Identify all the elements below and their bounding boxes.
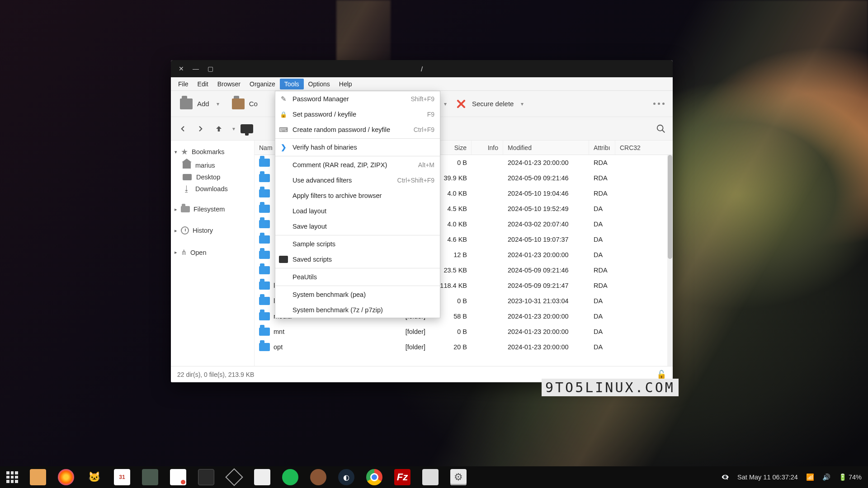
menu-separator	[275, 156, 440, 156]
chevron-right-icon: ▸	[175, 228, 177, 234]
menu-item[interactable]: PeaUtils	[275, 269, 440, 285]
menu-separator	[275, 138, 440, 139]
maximize-button[interactable]: ▢	[207, 66, 213, 72]
table-row[interactable]: mnt[folder]0 B2024-01-23 20:00:00DA	[255, 324, 673, 339]
taskbar-news[interactable]	[422, 469, 439, 485]
blank-icon	[279, 207, 288, 215]
menu-separator	[275, 268, 440, 268]
chevron-right-icon: ▸	[175, 206, 177, 212]
chevron-right-icon: ▸	[175, 249, 177, 255]
menu-browser[interactable]: Browser	[213, 79, 245, 89]
sidebar-open[interactable]: ▸ ⋔ Open	[171, 245, 254, 259]
add-button[interactable]: Add ▾	[175, 96, 224, 112]
blank-icon	[279, 192, 288, 199]
menu-item[interactable]: Password ManagerShift+F9	[275, 91, 440, 107]
lock-icon[interactable]: 🔓	[656, 370, 666, 380]
tray-wifi-icon[interactable]: 📶	[806, 474, 814, 481]
add-label: Add	[197, 100, 209, 108]
taskbar-filezilla[interactable]: Fz	[394, 469, 410, 485]
folder-icon	[259, 266, 270, 274]
search-button[interactable]	[654, 122, 668, 136]
menu-item[interactable]: Comment (RAR read, ZIP, ZIPX)Alt+M	[275, 157, 440, 173]
nav-back-button[interactable]	[175, 122, 190, 136]
titlebar[interactable]: ✕ — ▢ /	[171, 60, 673, 77]
minimize-button[interactable]: —	[193, 66, 199, 72]
tray-dnd-icon[interactable]: 👁‍🗨	[721, 474, 729, 481]
menu-organize[interactable]: Organize	[245, 79, 280, 89]
folder-icon	[259, 343, 270, 351]
svg-line-1	[662, 130, 665, 132]
taskbar-cat[interactable]: 🐱	[86, 469, 102, 485]
taskbar-calculator[interactable]	[142, 469, 158, 485]
menu-item[interactable]: System benchmark (pea)	[275, 287, 440, 302]
menu-item[interactable]: Create random password / keyfileCtrl+F9	[275, 122, 440, 137]
nav-up-button[interactable]	[212, 122, 226, 136]
taskbar-chrome[interactable]	[366, 469, 382, 485]
menu-tools[interactable]: Tools	[280, 79, 304, 89]
chevron-down-icon[interactable]: ▾	[232, 126, 235, 132]
blank-icon	[279, 240, 288, 248]
nav-forward-button[interactable]	[193, 122, 208, 136]
taskbar-software[interactable]	[254, 469, 270, 485]
chevron-down-icon[interactable]: ▾	[444, 101, 447, 107]
folder-icon	[259, 312, 270, 320]
scrollbar-thumb[interactable]	[668, 155, 672, 259]
menu-item[interactable]: Sample scripts	[275, 236, 440, 252]
col-info[interactable]: Info	[472, 141, 503, 155]
app-grid-button[interactable]	[6, 471, 18, 483]
folder-icon	[259, 297, 270, 305]
close-button[interactable]: ✕	[178, 66, 184, 72]
col-modified[interactable]: Modified	[503, 141, 589, 155]
menu-help[interactable]: Help	[335, 79, 357, 89]
taskbar-files[interactable]	[30, 469, 46, 485]
sidebar-bookmarks[interactable]: ▾ ★ Bookmarks	[171, 144, 254, 160]
menu-file[interactable]: File	[174, 79, 193, 89]
sidebar-item-desktop[interactable]: Desktop	[171, 171, 254, 183]
secure-delete-button[interactable]: Secure delete ▾	[450, 96, 528, 112]
menu-item[interactable]: Saved scripts	[275, 252, 440, 267]
folder-icon	[259, 220, 270, 228]
taskbar-peazip-active[interactable]: ⚙	[450, 469, 467, 485]
scrollbar-track[interactable]	[667, 155, 673, 366]
menu-separator	[275, 286, 440, 286]
taskbar-steam[interactable]: ◐	[338, 469, 354, 485]
sidebar-history[interactable]: ▸ History	[171, 224, 254, 237]
taskbar-gimp[interactable]	[310, 469, 326, 485]
tray-battery[interactable]: 🔋 74%	[839, 474, 862, 481]
menu-options[interactable]: Options	[304, 79, 335, 89]
folder-icon	[259, 205, 270, 213]
taskbar-terminal[interactable]	[198, 469, 214, 485]
sidebar-filesystem[interactable]: ▸ Filesystem	[171, 203, 254, 216]
menu-item[interactable]: Verify hash of binaries	[275, 140, 440, 155]
more-menu-button[interactable]	[650, 99, 668, 108]
menu-item[interactable]: Save layout	[275, 219, 440, 234]
tray-volume-icon[interactable]: 🔊	[822, 474, 830, 481]
sidebar-item-home[interactable]: marius	[171, 160, 254, 171]
tray-datetime[interactable]: Sat May 11 06:37:24	[737, 474, 798, 481]
menu-item[interactable]: Use advanced filtersCtrl+Shift+F9	[275, 173, 440, 188]
folder-icon	[259, 189, 270, 197]
menu-item[interactable]: System benchmark (7z / p7zip)	[275, 302, 440, 318]
taskbar-spotify[interactable]	[282, 469, 298, 485]
download-icon: ⭳	[183, 186, 191, 192]
convert-icon	[232, 99, 245, 109]
convert-button[interactable]: Co	[227, 96, 262, 112]
menu-item[interactable]: Set password / keyfileF9	[275, 107, 440, 122]
home-icon	[183, 162, 191, 169]
menu-edit[interactable]: Edit	[193, 79, 213, 89]
computer-icon[interactable]	[241, 124, 253, 133]
folder-icon	[181, 206, 190, 212]
secure-delete-label: Secure delete	[472, 100, 514, 108]
taskbar-editor[interactable]	[170, 469, 186, 485]
taskbar-boxes[interactable]	[226, 469, 242, 485]
menu-item[interactable]: Apply filters to archive browser	[275, 188, 440, 203]
taskbar-calendar[interactable]: 31	[114, 469, 130, 485]
col-crc[interactable]: CRC32	[615, 141, 645, 155]
sidebar-item-downloads[interactable]: ⭳ Downloads	[171, 183, 254, 195]
chevron-down-icon: ▾	[175, 149, 177, 155]
blank-icon	[279, 177, 288, 184]
table-row[interactable]: opt[folder]20 B2024-01-23 20:00:00DA	[255, 339, 673, 355]
col-attrib[interactable]: Attribı	[589, 141, 615, 155]
menu-item[interactable]: Load layout	[275, 203, 440, 219]
taskbar-firefox[interactable]	[58, 469, 74, 485]
